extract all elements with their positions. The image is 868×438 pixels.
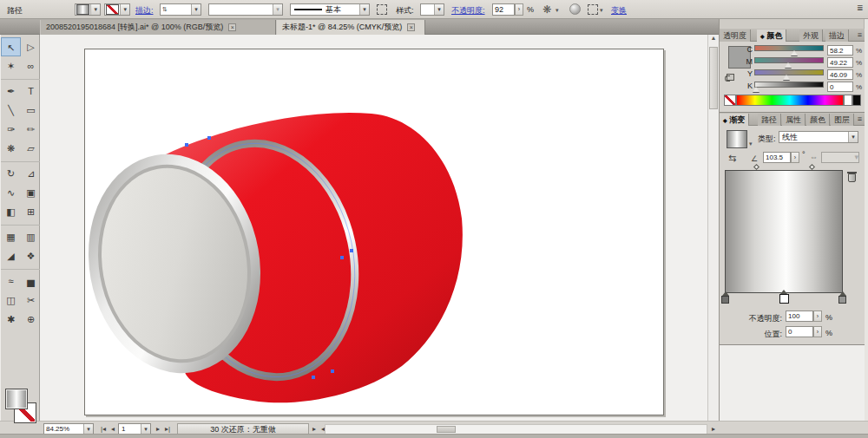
rotate-tool[interactable]: ↻ — [1, 164, 21, 183]
mesh-tool[interactable]: ▦ — [1, 227, 21, 246]
close-tab-icon[interactable]: × — [407, 23, 415, 31]
gradient-tool[interactable]: ▥ — [21, 227, 41, 246]
scale-tool[interactable]: ⊿ — [21, 164, 41, 183]
tab-color2[interactable]: 颜色 — [806, 114, 830, 126]
scroll-up-icon[interactable]: ▲ — [708, 35, 719, 41]
recolor-dropdown-icon[interactable]: ▾ — [556, 7, 559, 14]
tab-layers[interactable]: 图层 — [831, 114, 854, 126]
dropdown-icon[interactable]: ▾ — [120, 4, 129, 15]
stop-position-input[interactable]: 0 — [786, 326, 813, 337]
opacity-panel-link[interactable]: 不透明度: — [451, 5, 485, 16]
fill-color-dropdown[interactable]: ▾ — [75, 3, 101, 16]
zoom-tool[interactable]: ⊕ — [21, 310, 41, 329]
gradient-angle-spinner[interactable]: › — [791, 152, 799, 163]
stop-opacity-spinner[interactable]: › — [813, 311, 822, 322]
black-value[interactable]: 0 — [827, 82, 853, 92]
pen-tool[interactable]: ✒ — [1, 82, 21, 101]
document-tab-1[interactable]: 2008520195018684 [转换].ai* @ 100% (RGB/预览… — [40, 20, 276, 35]
dropdown-icon[interactable]: ▾ — [90, 4, 100, 15]
gradient-midpoint-right[interactable] — [809, 164, 815, 170]
dropdown-icon[interactable]: ▾ — [141, 424, 150, 434]
delete-stop-trash-icon[interactable] — [848, 173, 856, 182]
isolate-selection-icon[interactable] — [588, 4, 598, 15]
black-swatch[interactable] — [852, 95, 861, 106]
symbol-sprayer-tool[interactable]: ≈ — [1, 271, 21, 291]
vertical-scroll-thumb[interactable] — [709, 47, 718, 109]
panel-menu-icon[interactable]: ≡ — [858, 30, 862, 39]
yellow-slider-thumb[interactable] — [783, 75, 790, 80]
eraser-tool[interactable]: ▱ — [21, 139, 41, 158]
recolor-artwork-icon[interactable]: ❋ — [542, 3, 551, 16]
control-bar-menu-icon[interactable]: ≣ — [857, 3, 864, 12]
horizontal-scroll-thumb[interactable] — [437, 426, 456, 433]
brush-definition-combo[interactable]: 基本 ▾ — [290, 3, 370, 16]
artboard[interactable] — [84, 49, 664, 415]
stop-opacity-input[interactable]: 100 — [786, 311, 813, 322]
dropdown-icon[interactable]: ▾ — [191, 4, 201, 15]
panel-menu-icon[interactable]: ≡ — [858, 114, 862, 123]
transform-panel-link[interactable]: 变换 — [611, 5, 627, 16]
tab-properties[interactable]: 属性 — [782, 114, 806, 126]
dropdown-icon[interactable]: ▾ — [434, 4, 444, 15]
tab-gradient[interactable]: ◆ 渐变 — [720, 114, 749, 126]
perspective-grid-tool[interactable]: ⊞ — [21, 202, 41, 221]
stroke-color-dropdown[interactable]: ▾ — [104, 3, 130, 16]
shading-sphere-icon[interactable] — [569, 3, 581, 15]
dropdown-icon[interactable]: ▾ — [273, 4, 282, 15]
tab-path[interactable]: 路径 — [758, 114, 781, 126]
paintbrush-tool[interactable]: ✑ — [1, 120, 21, 139]
color-spectrum-bar[interactable] — [736, 95, 844, 106]
tab-color[interactable]: ◆ 颜色 — [757, 29, 786, 42]
stop-position-spinner[interactable]: › — [813, 326, 822, 337]
tab-transparency[interactable]: 透明度 — [720, 29, 751, 42]
cyan-slider-thumb[interactable] — [791, 50, 798, 56]
cyan-value[interactable]: 58.2 — [827, 45, 853, 56]
gradient-preview-swatch[interactable] — [727, 130, 747, 148]
cyan-slider[interactable] — [754, 45, 824, 51]
close-tab-icon[interactable]: × — [228, 23, 236, 31]
magenta-slider-thumb[interactable] — [785, 62, 792, 68]
yellow-value[interactable]: 46.09 — [827, 69, 853, 80]
gradient-midpoint-left[interactable] — [753, 164, 760, 170]
dropdown-icon[interactable]: ▾ — [848, 132, 858, 142]
fill-bucket-icon[interactable] — [727, 74, 734, 81]
stepper-icon[interactable]: ⇅ — [161, 6, 169, 13]
stroke-panel-link[interactable]: 描边: — [135, 5, 154, 16]
gradient-angle-input[interactable]: 103.5 — [763, 152, 791, 163]
fill-swatch-indicator[interactable] — [5, 389, 28, 409]
graph-tool[interactable]: ▅ — [21, 271, 41, 291]
slice-tool[interactable]: ✂ — [21, 291, 41, 310]
hand-tool[interactable]: ✱ — [1, 310, 21, 329]
graphic-style-combo[interactable]: ▾ — [420, 3, 444, 16]
eyedropper-tool[interactable]: ◢ — [1, 246, 21, 265]
dropdown-icon[interactable]: ▾ — [83, 424, 93, 434]
free-transform-tool[interactable]: ▣ — [21, 183, 41, 202]
white-swatch[interactable] — [844, 95, 852, 106]
isolate-dropdown-icon[interactable]: ▾ — [600, 7, 603, 14]
none-color-swatch[interactable] — [724, 95, 736, 106]
direct-selection-tool[interactable]: ▷ — [21, 37, 41, 56]
selection-tool[interactable]: ↖ — [1, 37, 21, 56]
black-slider[interactable] — [754, 82, 824, 88]
gradient-stop-right[interactable] — [838, 296, 846, 304]
canvas-pasteboard[interactable] — [40, 35, 707, 421]
document-tab-2[interactable]: 未标题-1* @ 84.25% (CMYK/预览) × — [276, 20, 425, 35]
vertical-scrollbar[interactable]: ▲ — [707, 35, 719, 421]
gradient-slider-ramp[interactable] — [725, 170, 843, 293]
artboard-tool[interactable]: ◫ — [1, 291, 21, 310]
gradient-type-combo[interactable]: 线性 ▾ — [779, 131, 858, 143]
width-profile-combo[interactable]: ▾ — [208, 3, 283, 16]
line-tool[interactable]: ╲ — [1, 101, 21, 120]
type-tool[interactable]: T — [21, 82, 41, 101]
stroke-weight-combo[interactable]: ⇅ ▾ — [160, 3, 201, 16]
magenta-value[interactable]: 49.22 — [827, 57, 853, 68]
magic-wand-tool[interactable]: ✶ — [1, 56, 21, 75]
artwork-barrel[interactable] — [85, 49, 663, 415]
gradient-stop-middle-selected[interactable] — [779, 294, 789, 304]
blob-brush-tool[interactable]: ❋ — [1, 139, 21, 158]
dashed-line-icon[interactable] — [377, 4, 387, 15]
tab-stroke[interactable]: 描边 — [825, 29, 849, 42]
width-tool[interactable]: ∿ — [1, 183, 21, 202]
opacity-spinner[interactable]: › — [515, 3, 523, 16]
opacity-input[interactable]: 92 — [492, 3, 515, 16]
